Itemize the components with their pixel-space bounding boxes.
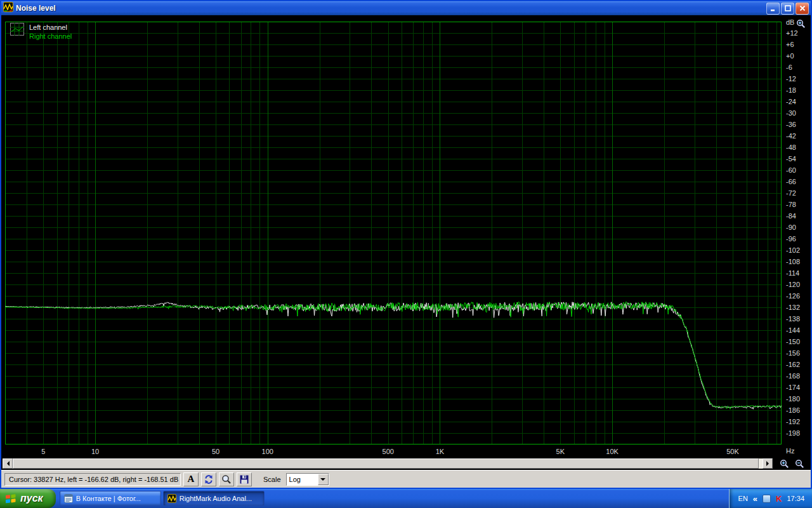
refresh-icon bbox=[204, 474, 214, 485]
svg-text:Hz: Hz bbox=[786, 447, 794, 455]
scroll-right-button[interactable] bbox=[763, 458, 773, 469]
svg-text:-48: -48 bbox=[786, 144, 796, 151]
app-icon bbox=[3, 2, 13, 15]
zoom-in-vertical-button[interactable] bbox=[794, 18, 807, 29]
scale-label: Scale bbox=[263, 476, 281, 483]
legend-grid-icon bbox=[10, 23, 24, 38]
desktop-screen: Noise level +12+6+0-6-12-18-24-30-36-42-… bbox=[0, 0, 812, 508]
close-button[interactable] bbox=[796, 3, 809, 15]
svg-text:-114: -114 bbox=[786, 269, 799, 277]
svg-text:dB: dB bbox=[786, 18, 794, 26]
floppy-disk-icon bbox=[239, 474, 249, 485]
svg-text:-144: -144 bbox=[786, 326, 800, 334]
windows-logo-icon bbox=[5, 493, 16, 504]
taskbar: пуск В Контакте | Фотог... RightMark Aud… bbox=[0, 489, 812, 508]
svg-text:-138: -138 bbox=[786, 315, 800, 323]
svg-text:-30: -30 bbox=[786, 109, 796, 117]
svg-text:-132: -132 bbox=[786, 304, 800, 311]
task-button-rightmark[interactable]: RightMark Audio Anal... bbox=[163, 491, 265, 506]
svg-text:10K: 10K bbox=[606, 448, 619, 455]
minimize-button[interactable] bbox=[766, 3, 780, 15]
status-bar: Cursor: 33827 Hz, left = -166.62 dB, rig… bbox=[1, 470, 811, 488]
svg-text:-168: -168 bbox=[786, 372, 800, 380]
legend-left-channel: Left channel bbox=[29, 23, 72, 32]
svg-text:5K: 5K bbox=[556, 448, 565, 455]
taskbar-clock[interactable]: 17:34 bbox=[787, 495, 804, 502]
taskbar-tasks: В Контакте | Фотог... RightMark Audio An… bbox=[60, 489, 265, 508]
app-window: Noise level +12+6+0-6-12-18-24-30-36-42-… bbox=[0, 0, 812, 489]
svg-text:10: 10 bbox=[91, 448, 99, 455]
svg-text:-186: -186 bbox=[786, 406, 800, 414]
svg-text:-12: -12 bbox=[786, 75, 796, 83]
svg-text:500: 500 bbox=[383, 448, 394, 455]
scroll-left-button[interactable] bbox=[3, 458, 13, 469]
svg-text:+0: +0 bbox=[786, 52, 794, 60]
legend-right-channel: Right channel bbox=[29, 32, 72, 41]
left-arrow-icon bbox=[4, 461, 10, 466]
svg-text:50: 50 bbox=[212, 448, 219, 455]
font-button-label: A bbox=[188, 474, 195, 485]
svg-text:-108: -108 bbox=[786, 258, 800, 265]
start-button-label: пуск bbox=[20, 493, 43, 504]
svg-text:-66: -66 bbox=[786, 178, 796, 185]
svg-text:-18: -18 bbox=[786, 86, 796, 94]
magnifier-minus-icon bbox=[795, 459, 804, 469]
task-label: RightMark Audio Anal... bbox=[180, 495, 252, 502]
svg-text:-60: -60 bbox=[786, 166, 796, 174]
right-arrow-icon bbox=[766, 461, 771, 466]
magnifier-plus-icon bbox=[780, 459, 789, 469]
svg-text:+6: +6 bbox=[786, 41, 794, 48]
svg-text:-24: -24 bbox=[786, 98, 796, 105]
task-button-vkontakte[interactable]: В Контакте | Фотог... bbox=[60, 491, 161, 506]
svg-text:-96: -96 bbox=[786, 235, 796, 243]
save-button[interactable] bbox=[237, 472, 252, 486]
scrollbar-thumb[interactable] bbox=[13, 458, 759, 469]
zoom-out-button[interactable] bbox=[793, 458, 806, 469]
refresh-button[interactable] bbox=[201, 472, 216, 486]
svg-text:-78: -78 bbox=[786, 201, 796, 208]
scale-selected-value: Log bbox=[287, 476, 318, 483]
window-controls bbox=[766, 3, 809, 15]
svg-text:-36: -36 bbox=[786, 121, 796, 128]
noise-level-chart[interactable]: +12+6+0-6-12-18-24-30-36-42-48-54-60-66-… bbox=[1, 15, 811, 470]
scale-select[interactable]: Log bbox=[286, 473, 329, 486]
maximize-button[interactable] bbox=[781, 3, 794, 15]
svg-text:+12: +12 bbox=[786, 29, 798, 37]
horizontal-zoom-controls bbox=[778, 458, 806, 469]
scrollbar-track[interactable] bbox=[13, 458, 763, 469]
rmaa-app-icon bbox=[167, 494, 176, 503]
tray-network-icon[interactable] bbox=[763, 495, 771, 503]
chevron-down-icon bbox=[320, 478, 325, 483]
font-button[interactable]: A bbox=[183, 472, 199, 486]
svg-text:-42: -42 bbox=[786, 132, 796, 140]
chart-legend: Left channel Right channel bbox=[10, 23, 72, 41]
magnifier-plus-icon bbox=[796, 19, 806, 29]
task-label: В Контакте | Фотог... bbox=[76, 495, 141, 502]
cursor-readout: Cursor: 33827 Hz, left = -166.62 dB, rig… bbox=[4, 473, 181, 486]
svg-text:-174: -174 bbox=[786, 384, 800, 391]
svg-text:-90: -90 bbox=[786, 224, 796, 231]
tray-antivirus-icon[interactable] bbox=[776, 494, 782, 504]
svg-text:-150: -150 bbox=[786, 338, 800, 345]
system-tray: EN 17:34 bbox=[729, 489, 812, 508]
language-indicator[interactable]: EN bbox=[738, 495, 748, 502]
window-titlebar[interactable]: Noise level bbox=[1, 1, 811, 15]
svg-text:-126: -126 bbox=[786, 292, 800, 300]
svg-text:100: 100 bbox=[262, 448, 273, 455]
zoom-tool-button[interactable] bbox=[219, 472, 234, 486]
svg-text:50K: 50K bbox=[726, 448, 739, 455]
combo-dropdown-button[interactable] bbox=[318, 474, 329, 485]
chart-client-area: +12+6+0-6-12-18-24-30-36-42-48-54-60-66-… bbox=[1, 15, 811, 470]
horizontal-scrollbar[interactable] bbox=[3, 458, 773, 469]
svg-text:-156: -156 bbox=[786, 349, 800, 357]
svg-text:5: 5 bbox=[41, 448, 45, 455]
svg-text:-120: -120 bbox=[786, 281, 800, 288]
webpage-icon bbox=[64, 494, 73, 503]
svg-text:-198: -198 bbox=[786, 429, 800, 437]
zoom-in-button[interactable] bbox=[778, 458, 790, 469]
window-title: Noise level bbox=[16, 4, 56, 13]
svg-text:-102: -102 bbox=[786, 246, 800, 254]
hide-tray-icons-chevron-icon[interactable] bbox=[753, 494, 757, 504]
svg-text:-6: -6 bbox=[786, 64, 792, 71]
start-button[interactable]: пуск bbox=[0, 489, 56, 508]
